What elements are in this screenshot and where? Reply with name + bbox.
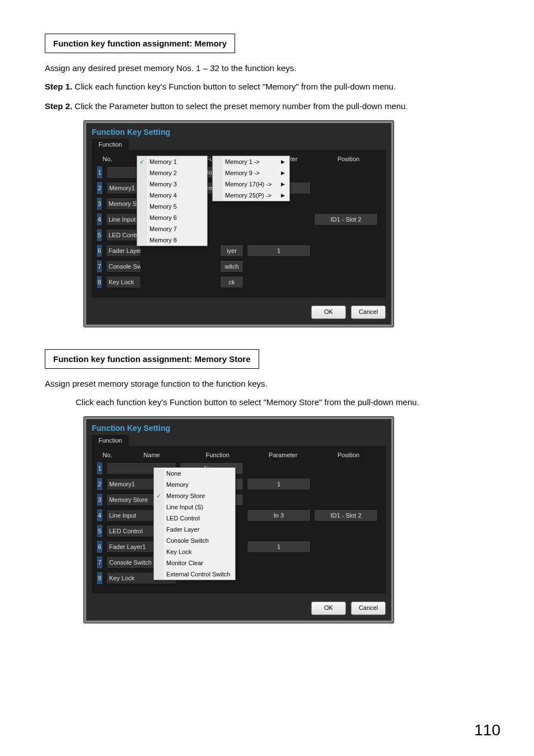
menu-item[interactable]: ✓Memory Store	[154, 490, 235, 501]
cancel-button[interactable]: Cancel	[351, 602, 386, 615]
position-button[interactable]: ID1 - Slot 2	[314, 509, 378, 522]
step2-line: Step 2. Click the Parameter button to se…	[45, 101, 489, 111]
function-button[interactable]: witch	[220, 260, 243, 273]
name-input[interactable]: Line Input	[106, 213, 141, 226]
dialog-title: Function Key Setting	[86, 419, 391, 435]
menu-item[interactable]: Memory 9 ->▶	[213, 167, 289, 179]
function-button[interactable]: iyer	[220, 245, 243, 257]
cancel-button[interactable]: Cancel	[351, 306, 386, 319]
function-key-row: 7Console Switch	[96, 556, 381, 569]
menu-item[interactable]: External Control Switch	[154, 569, 235, 580]
menu-item[interactable]: Key Lock	[154, 546, 235, 557]
row-number-button[interactable]: 4	[96, 213, 102, 226]
function-key-row: 6Fader Layer11	[96, 540, 381, 553]
menu-item[interactable]: Memory 7	[137, 223, 207, 234]
header-func: Function	[185, 452, 250, 458]
menu-item[interactable]: Memory	[154, 479, 235, 490]
tab-function[interactable]: Function	[92, 435, 129, 446]
menu-item[interactable]: Memory 3	[137, 179, 207, 190]
menu-item[interactable]: ✓Memory 1	[137, 156, 207, 167]
row-number-button[interactable]: 1	[96, 166, 103, 179]
memory-submenu-items: ✓Memory 1Memory 2Memory 3Memory 4Memory …	[137, 156, 208, 246]
menu-item-label: Key Lock	[166, 548, 191, 555]
parameter-button[interactable]: In 3	[247, 509, 311, 522]
section-title-memory: Function key function assignment: Memory	[45, 34, 235, 53]
row-number-button[interactable]: 1	[96, 462, 103, 475]
menu-item[interactable]: Memory 25(P) ->▶	[213, 190, 289, 201]
row-number-button[interactable]: 2	[96, 181, 103, 195]
function-key-row: 1None	[96, 462, 381, 475]
check-icon: ✓	[139, 158, 144, 166]
dialog-title: Function Key Setting	[86, 123, 391, 139]
parameter-button[interactable]: 1	[247, 245, 311, 257]
header-name: Name	[119, 452, 185, 458]
step2-label: Step 2.	[45, 101, 72, 111]
parameter-button[interactable]: 1	[247, 541, 311, 553]
function-key-row: 8Key Lock	[96, 571, 381, 585]
function-key-setting-dialog: Function Key Setting Function No. Name F…	[84, 121, 394, 327]
name-input[interactable]: Memory St	[106, 198, 141, 210]
section-desc-memory: Assign any desired preset memory Nos. 1 …	[45, 63, 489, 73]
menu-item[interactable]: Monitor Clear	[154, 557, 235, 569]
menu-item[interactable]: LED Control	[154, 513, 235, 524]
row-number-button[interactable]: 6	[96, 244, 102, 257]
tab-function[interactable]: Function	[92, 139, 129, 150]
function-key-row: 8Key Lockck	[96, 275, 381, 289]
screenshot-memory: Function Key Setting Function No. Name F…	[84, 121, 489, 327]
row-number-button[interactable]: 8	[96, 571, 103, 585]
step2-text: Click the Parameter button to select the…	[74, 101, 407, 111]
menu-item[interactable]: Line Input (S)	[154, 501, 235, 513]
function-dropdown-menu: NoneMemory✓Memory StoreLine Input (S)LED…	[153, 467, 236, 580]
menu-item-label: Console Switch	[166, 537, 209, 544]
function-key-row: 3Memory StoreMemory Store	[96, 493, 381, 506]
name-input[interactable]: Console Sw	[106, 260, 141, 273]
function-button[interactable]: ck	[220, 276, 243, 288]
menu-item-label: Memory 6	[149, 214, 177, 221]
row-number-button[interactable]: 7	[96, 260, 102, 273]
ok-button[interactable]: OK	[311, 602, 346, 615]
menu-item-label: Memory 9 ->	[225, 170, 260, 176]
menu-item-label: External Control Switch	[166, 571, 230, 577]
row-number-button[interactable]: 8	[96, 275, 102, 289]
name-input[interactable]: Fader Layer	[106, 245, 141, 257]
menu-item[interactable]: None	[154, 468, 235, 479]
menu-item[interactable]: Memory 5	[137, 201, 207, 212]
row-number-button[interactable]: 2	[96, 477, 103, 491]
submenu-arrow-icon: ▶	[281, 170, 285, 176]
header-pos: Position	[316, 452, 381, 458]
menu-item-label: LED Control	[166, 515, 200, 522]
menu-item[interactable]: Fader Layer	[154, 524, 235, 535]
menu-item-label: Memory 4	[149, 192, 177, 199]
grid-header: No. Name Function Parameter Position	[96, 450, 381, 462]
menu-item-label: Memory 8	[149, 237, 177, 243]
menu-item[interactable]: Memory 1 ->▶	[213, 156, 289, 167]
menu-item-label: Memory 1 ->	[225, 158, 260, 165]
name-input[interactable]: Key Lock	[106, 276, 141, 288]
row-number-button[interactable]: 4	[96, 509, 103, 522]
row-number-button[interactable]: 7	[96, 556, 103, 569]
menu-item[interactable]: Memory 2	[137, 167, 207, 179]
menu-item[interactable]: Memory 4	[137, 190, 207, 201]
menu-item[interactable]: Memory 17(H) ->▶	[213, 179, 289, 190]
menu-item[interactable]: Console Switch	[154, 535, 235, 546]
menu-item[interactable]: Memory 8	[137, 234, 207, 246]
menu-item-label: Memory 2	[149, 170, 177, 176]
row-number-button[interactable]: 5	[96, 524, 103, 538]
row-number-button[interactable]: 3	[96, 493, 103, 506]
function-key-row: 4Line InputIn 3ID1 - Slot 2	[96, 509, 381, 522]
menu-item[interactable]: Memory 6	[137, 212, 207, 223]
function-key-row: 2Memory1Memory1	[96, 477, 381, 491]
parameter-button[interactable]: 1	[247, 478, 311, 490]
position-button[interactable]: ID1 - Slot 2	[314, 213, 378, 226]
screenshot-memory-store: Function Key Setting Function No. Name F…	[84, 417, 489, 623]
row-number-button[interactable]: 6	[96, 540, 103, 553]
menu-item-label: Monitor Clear	[166, 560, 203, 566]
step1-label: Step 1.	[45, 82, 72, 91]
ok-button[interactable]: OK	[311, 306, 346, 319]
name-input[interactable]: LED Contro	[106, 229, 141, 241]
submenu-arrow-icon: ▶	[281, 192, 285, 198]
check-icon: ✓	[156, 492, 161, 500]
row-number-button[interactable]: 5	[96, 228, 102, 242]
submenu-arrow-icon: ▶	[281, 159, 285, 165]
row-number-button[interactable]: 3	[96, 197, 102, 210]
